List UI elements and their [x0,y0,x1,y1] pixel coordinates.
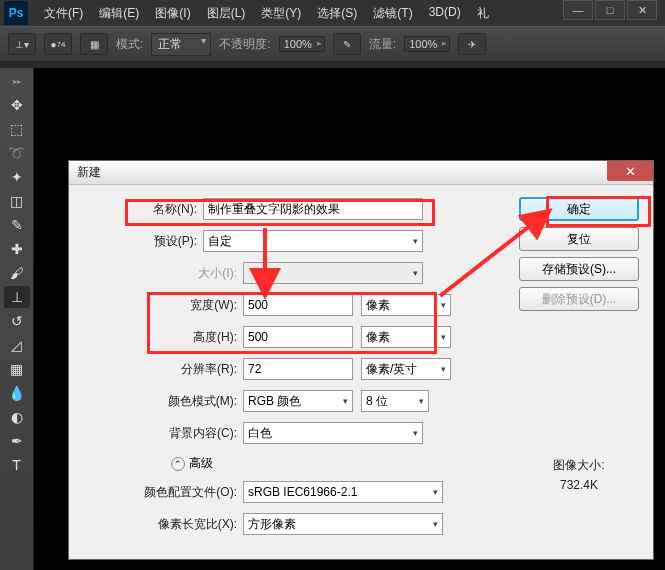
options-bar: ⊥▾ ●74 ▦ 模式: 正常 不透明度: 100% ✎ 流量: 100% ✈ [0,26,665,62]
resolution-unit-select[interactable]: 像素/英寸 [361,358,451,380]
ok-button[interactable]: 确定 [519,197,639,221]
image-size-label: 图像大小: [519,457,639,474]
color-mode-select[interactable]: RGB 颜色 [243,390,353,412]
history-brush-tool[interactable]: ↺ [4,310,30,332]
menu-layer[interactable]: 图层(L) [199,1,254,26]
aspect-select[interactable]: 方形像素 [243,513,443,535]
toolbox: ▸▸ ✥ ⬚ ➰ ✦ ◫ ✎ ✚ 🖌 ⊥ ↺ ◿ ▦ 💧 ◐ ✒ T [0,68,34,570]
name-label: 名称(N): [83,201,203,218]
dodge-tool[interactable]: ◐ [4,406,30,428]
doc-size-label: 大小(I): [83,265,243,282]
menu-file[interactable]: 文件(F) [36,1,91,26]
type-tool[interactable]: T [4,454,30,476]
height-unit-select[interactable]: 像素 [361,326,451,348]
blend-mode-select[interactable]: 正常 [151,33,211,56]
wand-tool[interactable]: ✦ [4,166,30,188]
bg-label: 背景内容(C): [83,425,243,442]
gradient-tool[interactable]: ▦ [4,358,30,380]
resolution-label: 分辨率(R): [83,361,243,378]
opacity-label: 不透明度: [219,36,270,53]
width-input[interactable] [243,294,353,316]
dialog-title: 新建 [77,164,101,181]
stamp-tool[interactable]: ⊥ [4,286,30,308]
window-controls: — □ ✕ [561,0,657,20]
brush-preset-icon[interactable]: ●74 [44,33,72,55]
close-button[interactable]: ✕ [627,0,657,20]
menu-type[interactable]: 类型(Y) [253,1,309,26]
reset-button[interactable]: 复位 [519,227,639,251]
menu-3d[interactable]: 3D(D) [421,1,469,26]
doc-size-select [243,262,423,284]
blur-tool[interactable]: 💧 [4,382,30,404]
toolbox-expand-icon[interactable]: ▸▸ [4,70,30,92]
maximize-button[interactable]: □ [595,0,625,20]
mode-label: 模式: [116,36,143,53]
menu-edit[interactable]: 编辑(E) [91,1,147,26]
resolution-input[interactable] [243,358,353,380]
lasso-tool[interactable]: ➰ [4,142,30,164]
image-size-value: 732.4K [519,478,639,492]
tool-preset-icon[interactable]: ⊥▾ [8,33,36,55]
menu-select[interactable]: 选择(S) [309,1,365,26]
bg-select[interactable]: 白色 [243,422,423,444]
image-size-info: 图像大小: 732.4K [519,457,639,492]
menu-image[interactable]: 图像(I) [147,1,198,26]
bit-depth-select[interactable]: 8 位 [361,390,429,412]
marquee-tool[interactable]: ⬚ [4,118,30,140]
save-preset-button[interactable]: 存储预设(S)... [519,257,639,281]
aspect-label: 像素长宽比(X): [83,516,243,533]
width-unit-select[interactable]: 像素 [361,294,451,316]
color-mode-label: 颜色模式(M): [83,393,243,410]
flow-label: 流量: [369,36,396,53]
profile-select[interactable]: sRGB IEC61966-2.1 [243,481,443,503]
menu-filter[interactable]: 滤镜(T) [365,1,420,26]
advanced-label: 高级 [189,455,213,472]
move-tool[interactable]: ✥ [4,94,30,116]
new-document-dialog: 新建 ✕ 名称(N): 预设(P): 自定 大小(I): 宽度(W): 像素 [68,160,654,560]
height-label: 高度(H): [83,329,243,346]
opacity-pressure-icon[interactable]: ✎ [333,33,361,55]
width-label: 宽度(W): [83,297,243,314]
name-input[interactable] [203,198,423,220]
eyedropper-tool[interactable]: ✎ [4,214,30,236]
opacity-value[interactable]: 100% [279,36,325,52]
eraser-tool[interactable]: ◿ [4,334,30,356]
dialog-close-button[interactable]: ✕ [607,161,653,181]
menubar: 文件(F) 编辑(E) 图像(I) 图层(L) 类型(Y) 选择(S) 滤镜(T… [36,1,497,26]
pen-tool[interactable]: ✒ [4,430,30,452]
chevron-icon: ⌃ [171,457,185,471]
airbrush-icon[interactable]: ✈ [458,33,486,55]
delete-preset-button: 删除预设(D)... [519,287,639,311]
advanced-toggle[interactable]: ⌃ 高级 [171,455,519,472]
menu-more[interactable]: 礼 [469,1,497,26]
brush-tool[interactable]: 🖌 [4,262,30,284]
preset-select[interactable]: 自定 [203,230,423,252]
height-input[interactable] [243,326,353,348]
preset-label: 预设(P): [83,233,203,250]
minimize-button[interactable]: — [563,0,593,20]
crop-tool[interactable]: ◫ [4,190,30,212]
app-logo: Ps [4,1,28,25]
titlebar: Ps 文件(F) 编辑(E) 图像(I) 图层(L) 类型(Y) 选择(S) 滤… [0,0,665,26]
profile-label: 颜色配置文件(O): [83,484,243,501]
heal-tool[interactable]: ✚ [4,238,30,260]
dialog-titlebar[interactable]: 新建 ✕ [69,161,653,185]
flow-value[interactable]: 100% [404,36,450,52]
brush-panel-icon[interactable]: ▦ [80,33,108,55]
